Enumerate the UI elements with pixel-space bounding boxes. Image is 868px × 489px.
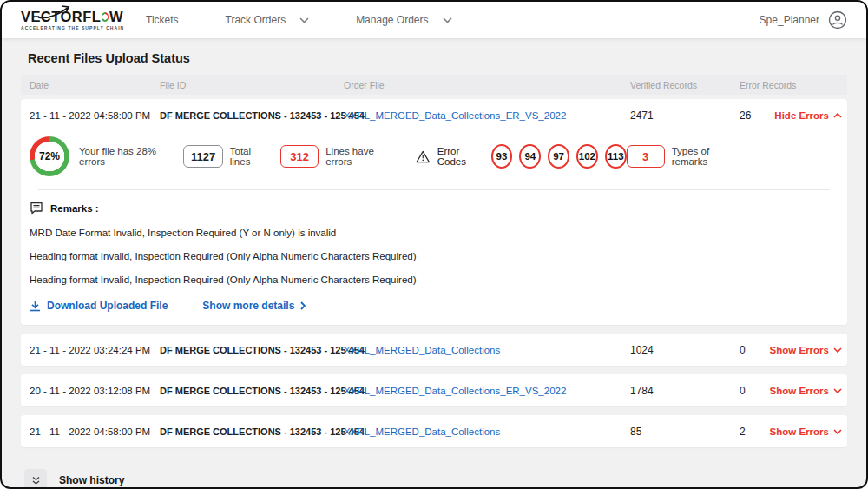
row-file-id: DF MERGE COLLECTIONS - 132453 - 125 454 [160, 345, 344, 355]
remark-types-label: Types of remarks [672, 146, 736, 167]
chevron-down-icon [833, 347, 842, 353]
brand-tagline: ACCELERATING THE SUPPLY CHAIN [21, 26, 123, 30]
col-header-order-file: Order File [344, 80, 630, 90]
nav-item-track-orders[interactable]: Track Orders [226, 14, 310, 26]
show-errors-toggle[interactable]: Show Errors [770, 426, 842, 437]
hide-errors-toggle[interactable]: Hide Errors [774, 110, 842, 121]
row-file-id: DF MERGE COLLECTIONS - 132453 - 125 454 [160, 386, 344, 396]
download-icon [30, 300, 41, 312]
total-lines-label: Total lines [230, 146, 273, 167]
row-date: 21 - 11 - 2022 04:58:00 PM [30, 426, 160, 437]
file-card: 21 - 11 - 2022 03:24:24 PM DF MERGE COLL… [21, 334, 847, 366]
nav-item-tickets[interactable]: Tickets [146, 14, 179, 26]
row-file-id: DF MERGE COLLECTIONS - 132453 - 125 454 [160, 110, 344, 121]
show-errors-toggle[interactable]: Show Errors [770, 386, 842, 396]
col-header-errors: Error Records [740, 80, 776, 90]
toggle-label: Hide Errors [774, 110, 829, 121]
chevron-right-icon [300, 301, 306, 310]
user-menu[interactable]: Spe_Planner [760, 10, 847, 30]
download-label: Download Uploaded File [47, 300, 168, 312]
remark-text: Heading format Invalid, Inspection Requi… [30, 251, 838, 261]
remarks-label: Remarks : [50, 203, 99, 214]
show-history-label: Show history [59, 474, 124, 486]
success-donut-chart: 72% [30, 136, 69, 176]
row-verified-count: 1024 [630, 344, 740, 356]
row-date: 21 - 11 - 2022 04:58:00 PM [30, 110, 160, 121]
row-error-count: 26 [740, 109, 776, 122]
table-row: 20 - 11 - 2022 03:12:08 PM DF MERGE COLL… [21, 374, 847, 406]
col-header-verified: Verified Records [630, 80, 740, 90]
main-nav: Tickets Track Orders Manage Orders [146, 14, 452, 26]
success-percent: 72% [39, 150, 60, 162]
app-window: VECTORFLW ACCELERATING THE SUPPLY CHAIN … [0, 0, 868, 489]
remark-text: MRD Date Format Invalid, Inspection Requ… [30, 228, 838, 238]
brand-name: VECTORFLW [21, 10, 123, 24]
username-label: Spe_Planner [760, 14, 819, 26]
error-codes-group: Error Codes 93 94 97 102 113 [416, 144, 626, 169]
download-uploaded-file-link[interactable]: Download Uploaded File [30, 300, 168, 312]
table-header-row: Date File ID Order File Verified Records… [21, 75, 847, 95]
error-code-badge: 93 [491, 144, 513, 169]
more-details-label: Show more details [202, 300, 294, 312]
remark-types-value: 3 [627, 145, 665, 168]
nav-item-label: Manage Orders [356, 14, 428, 26]
row-date: 20 - 11 - 2022 03:12:08 PM [30, 386, 160, 396]
row-date: 21 - 11 - 2022 03:24:24 PM [30, 345, 160, 355]
table-row: 21 - 11 - 2022 03:24:24 PM DF MERGE COLL… [21, 334, 847, 366]
remarks-section: Remarks : MRD Date Format Invalid, Inspe… [21, 190, 847, 285]
brand-ring-o-icon [102, 12, 108, 22]
col-header-date: Date [30, 80, 160, 90]
error-codes-label: Error Codes [437, 146, 484, 167]
error-code-badge: 113 [605, 144, 627, 169]
warning-icon [416, 149, 430, 164]
toggle-label: Show Errors [770, 426, 829, 437]
file-stats-strip: 72% Your file has 28% errors 1127 Total … [21, 131, 847, 189]
total-lines-value: 1127 [183, 145, 222, 168]
user-avatar-icon [828, 10, 847, 30]
main-content: Recent Files Upload Status Date File ID … [2, 38, 866, 487]
double-chevron-down-icon [24, 469, 47, 487]
error-code-badge: 97 [548, 144, 569, 169]
file-card: 20 - 11 - 2022 03:12:08 PM DF MERGE COLL… [21, 374, 847, 406]
row-verified-count: 1784 [630, 385, 740, 397]
order-file-link[interactable]: XXRL_MERGED_Data_Collections [344, 426, 630, 437]
brand-logo[interactable]: VECTORFLW ACCELERATING THE SUPPLY CHAIN [21, 10, 123, 30]
nav-item-manage-orders[interactable]: Manage Orders [356, 14, 451, 26]
order-file-link[interactable]: XXRL_MERGED_Data_Collections_ER_VS_2022 [344, 386, 630, 396]
error-code-badge: 102 [576, 144, 598, 169]
card-actions: Download Uploaded File Show more details [21, 285, 847, 325]
order-file-link[interactable]: XXRL_MERGED_Data_Collections_ER_VS_2022 [344, 110, 630, 121]
show-errors-toggle[interactable]: Show Errors [770, 345, 842, 355]
file-card-expanded: 21 - 11 - 2022 04:58:00 PM DF MERGE COLL… [21, 99, 847, 325]
remark-text: Heading format Invalid, Inspection Requi… [30, 274, 838, 285]
error-code-badge: 94 [519, 144, 541, 169]
page-title: Recent Files Upload Status [21, 38, 847, 75]
show-more-details-link[interactable]: Show more details [202, 300, 306, 312]
remarks-icon [30, 202, 43, 215]
remark-types-group: 3 Types of remarks [627, 145, 736, 168]
error-lines-label: Lines have errors [326, 146, 395, 167]
chevron-down-icon [443, 17, 452, 23]
nav-item-label: Track Orders [226, 14, 286, 26]
file-card: 21 - 11 - 2022 04:58:00 PM DF MERGE COLL… [21, 415, 847, 447]
error-summary-text: Your file has 28% errors [79, 146, 171, 167]
toggle-label: Show Errors [770, 386, 829, 396]
show-history-button[interactable]: Show history [21, 469, 124, 487]
row-verified-count: 85 [630, 426, 740, 438]
row-file-id: DF MERGE COLLECTIONS - 132453 - 125 454 [160, 426, 344, 437]
error-lines-value: 312 [280, 145, 319, 168]
nav-item-label: Tickets [146, 14, 179, 26]
col-header-file-id: File ID [160, 80, 344, 90]
table-row: 21 - 11 - 2022 04:58:00 PM DF MERGE COLL… [21, 415, 847, 447]
chevron-down-icon [833, 429, 842, 434]
order-file-link[interactable]: XXRL_MERGED_Data_Collections [344, 345, 630, 355]
top-navbar: VECTORFLW ACCELERATING THE SUPPLY CHAIN … [2, 2, 866, 38]
chevron-down-icon [299, 17, 309, 23]
chevron-down-icon [833, 388, 842, 393]
chevron-up-icon [833, 113, 842, 118]
table-row: 21 - 11 - 2022 04:58:00 PM DF MERGE COLL… [21, 99, 847, 131]
toggle-label: Show Errors [770, 345, 829, 355]
row-verified-count: 2471 [630, 109, 740, 122]
